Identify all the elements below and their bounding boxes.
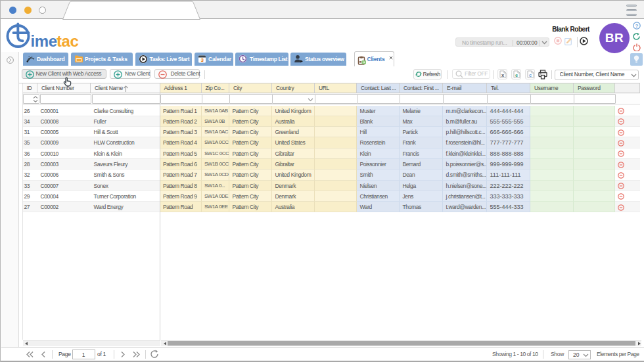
svg-text:ime: ime — [31, 32, 57, 50]
svg-text:e: e — [515, 72, 518, 78]
svg-text:tac: tac — [57, 32, 79, 50]
svg-text:c: c — [529, 72, 532, 78]
svg-text:?: ? — [635, 23, 639, 29]
